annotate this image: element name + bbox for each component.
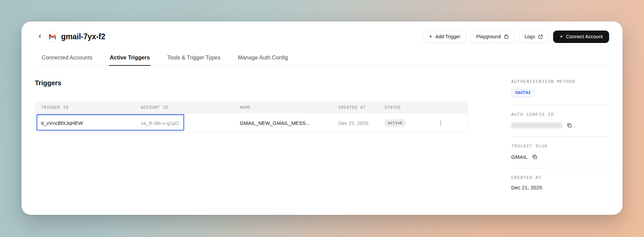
logs-button[interactable]: Logs bbox=[519, 31, 549, 43]
trigger-name-cell[interactable]: GMAIL_NEW_GMAIL_MESS... bbox=[234, 120, 332, 126]
playground-label: Playground bbox=[476, 34, 501, 39]
gmail-logo-icon bbox=[47, 31, 58, 42]
page-header: ‹ gmail-7yx-f2 + Add Trigger Playground bbox=[35, 29, 609, 44]
copy-icon[interactable] bbox=[531, 153, 538, 160]
column-header-name: NAME bbox=[234, 105, 332, 110]
auth-config-id-label: AUTH CONFIG ID bbox=[511, 112, 609, 117]
details-sidebar: AUTHENTICATION METHOD OAUTH2 AUTH CONFIG… bbox=[511, 79, 609, 191]
column-header-trigger-id: TRIGGER ID bbox=[35, 105, 135, 110]
table-header-row: TRIGGER ID ACCOUNT ID NAME CREATED AT ST… bbox=[35, 102, 467, 113]
column-header-created-at: CREATED AT bbox=[332, 105, 378, 110]
row-menu-kebab-icon[interactable]: ⋮ bbox=[435, 118, 446, 128]
header-actions: + Add Trigger Playground Logs bbox=[423, 31, 609, 43]
triggers-heading: Triggers bbox=[35, 79, 468, 87]
status-cell: ACTIVE bbox=[378, 119, 426, 127]
plus-icon: + bbox=[559, 34, 563, 39]
tab-tools-trigger-types[interactable]: Tools & Trigger Types bbox=[167, 54, 221, 66]
created-at-label: CREATED AT bbox=[511, 175, 609, 180]
back-button[interactable]: ‹ bbox=[35, 31, 45, 42]
page-title: gmail-7yx-f2 bbox=[61, 32, 105, 41]
logs-label: Logs bbox=[525, 34, 535, 39]
oauth2-badge: OAUTH2 bbox=[511, 89, 535, 97]
tab-manage-auth-config[interactable]: Manage Auth Config bbox=[237, 54, 289, 66]
status-badge: ACTIVE bbox=[384, 119, 406, 127]
auth-config-id-redacted-value bbox=[511, 123, 562, 128]
sidebar-divider bbox=[511, 105, 609, 105]
created-at-cell: Dec 21, 2025 bbox=[332, 120, 378, 126]
content-area: Triggers TRIGGER ID ACCOUNT ID NAME CREA… bbox=[35, 79, 609, 191]
toolkit-slug-label: TOOLKIT SLUG bbox=[511, 144, 609, 149]
tab-connected-accounts[interactable]: Connected Accounts bbox=[41, 54, 93, 66]
copy-icon[interactable] bbox=[566, 122, 573, 129]
triggers-section: Triggers TRIGGER ID ACCOUNT ID NAME CREA… bbox=[35, 79, 511, 191]
auth-method-label: AUTHENTICATION METHOD bbox=[511, 79, 609, 84]
app-detail-card: ‹ gmail-7yx-f2 + Add Trigger Playground bbox=[21, 21, 623, 215]
playground-button[interactable]: Playground bbox=[471, 31, 515, 43]
plus-icon: + bbox=[429, 34, 432, 39]
external-link-icon bbox=[538, 34, 543, 39]
playground-bot-icon bbox=[504, 34, 509, 39]
account-id-cell[interactable]: ca_B-l9b-u-g1pD bbox=[135, 120, 234, 126]
column-header-status: STATUS bbox=[378, 105, 426, 110]
add-trigger-button[interactable]: + Add Trigger bbox=[423, 31, 466, 43]
table-row[interactable]: ti_vVncBfXJqHEW ca_B-l9b-u-g1pD GMAIL_NE… bbox=[35, 113, 467, 133]
add-trigger-label: Add Trigger bbox=[435, 34, 461, 39]
sidebar-divider bbox=[511, 136, 609, 137]
toolkit-slug-value: GMAIL bbox=[511, 154, 528, 160]
connect-account-button[interactable]: + Connect Account bbox=[553, 31, 609, 43]
connect-account-label: Connect Account bbox=[566, 34, 603, 39]
trigger-id-cell[interactable]: ti_vVncBfXJqHEW bbox=[35, 120, 135, 126]
tab-active-triggers[interactable]: Active Triggers bbox=[109, 54, 150, 66]
sidebar-divider bbox=[511, 168, 609, 168]
triggers-table: TRIGGER ID ACCOUNT ID NAME CREATED AT ST… bbox=[35, 102, 468, 133]
tab-bar: Connected Accounts Active Triggers Tools… bbox=[35, 54, 609, 66]
row-actions-cell: ⋮ bbox=[426, 118, 467, 128]
created-at-value: Dec 21, 2025 bbox=[511, 185, 609, 191]
column-header-account-id: ACCOUNT ID bbox=[135, 105, 234, 110]
